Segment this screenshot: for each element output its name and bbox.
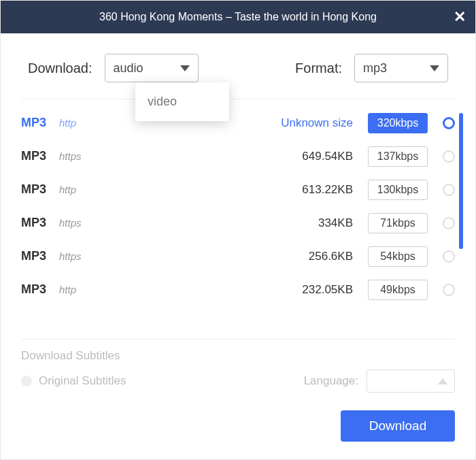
row-radio[interactable]: [443, 150, 455, 163]
format-value: mp3: [363, 61, 387, 76]
close-icon[interactable]: ✕: [454, 10, 466, 24]
download-type-select[interactable]: audio: [105, 54, 199, 82]
titlebar: 360 Hong Kong Moments – Taste the world …: [1, 1, 475, 33]
row-size: Unknown size: [265, 116, 353, 130]
download-type-value: audio: [114, 61, 143, 76]
row-radio[interactable]: [443, 117, 455, 129]
format-select[interactable]: mp3: [354, 54, 448, 82]
row-size: 334KB: [265, 216, 353, 230]
row-radio[interactable]: [443, 217, 455, 229]
row-format: MP3: [21, 216, 55, 230]
row-size: 649.54KB: [265, 150, 353, 163]
row-bitrate: 320kbps: [368, 113, 428, 133]
row-radio[interactable]: [443, 250, 455, 263]
row-format: MP3: [21, 182, 55, 197]
download-label: Download:: [28, 61, 92, 76]
window-title: 360 Hong Kong Moments – Taste the world …: [99, 11, 377, 23]
options-list-wrap: MP3httpUnknown size320kbpsMP3https649.54…: [1, 99, 475, 339]
row-bitrate: 54kbps: [368, 246, 428, 267]
row-protocol: http: [59, 184, 76, 195]
row-bitrate: 71kbps: [368, 213, 428, 233]
row-radio[interactable]: [443, 184, 455, 196]
option-row[interactable]: MP3http232.05KB49kbps: [21, 273, 455, 306]
row-protocol: https: [59, 250, 82, 262]
language-select[interactable]: [367, 369, 455, 393]
row-format: MP3: [21, 249, 55, 263]
row-format: MP3: [21, 282, 55, 297]
row-radio[interactable]: [443, 284, 455, 296]
option-row[interactable]: MP3https649.54KB137kbps: [21, 139, 455, 173]
row-size: 232.05KB: [265, 283, 353, 297]
subtitles-section: Download Subtitles Original Subtitles La…: [1, 340, 475, 398]
footer: Download: [1, 398, 475, 459]
format-label: Format:: [295, 61, 342, 76]
original-subtitles-label: Original Subtitles: [39, 374, 126, 388]
option-row[interactable]: MP3httpUnknown size320kbps: [21, 106, 455, 139]
subtitles-line: Original Subtitles Language:: [21, 369, 455, 393]
option-row[interactable]: MP3https334KB71kbps: [21, 206, 455, 240]
chevron-down-icon: [180, 65, 190, 71]
row-protocol: https: [59, 217, 82, 229]
language-label: Language:: [304, 374, 358, 388]
row-bitrate: 49kbps: [368, 280, 428, 300]
chevron-up-icon: [438, 378, 447, 384]
radio-icon[interactable]: [21, 376, 32, 387]
row-size: 613.22KB: [265, 183, 353, 197]
row-protocol: http: [59, 117, 76, 129]
chevron-down-icon: [430, 65, 439, 71]
row-protocol: http: [59, 284, 76, 295]
scrollbar[interactable]: [459, 113, 463, 249]
subtitles-header: Download Subtitles: [21, 349, 455, 363]
download-button[interactable]: Download: [341, 410, 455, 442]
row-format: MP3: [21, 149, 55, 163]
row-size: 256.6KB: [265, 250, 353, 263]
row-protocol: https: [59, 150, 82, 162]
row-bitrate: 137kbps: [368, 146, 428, 167]
download-modal: 360 Hong Kong Moments – Taste the world …: [0, 0, 476, 460]
row-bitrate: 130kbps: [368, 180, 428, 200]
dropdown-option-video[interactable]: video: [135, 92, 229, 112]
option-row[interactable]: MP3https256.6KB54kbps: [21, 240, 455, 273]
download-type-dropdown: video: [135, 82, 229, 121]
row-format: MP3: [21, 116, 55, 130]
option-row[interactable]: MP3http613.22KB130kbps: [21, 173, 455, 206]
options-list: MP3httpUnknown size320kbpsMP3https649.54…: [21, 106, 455, 339]
controls-row: Download: audio Format: mp3 video: [1, 33, 475, 99]
